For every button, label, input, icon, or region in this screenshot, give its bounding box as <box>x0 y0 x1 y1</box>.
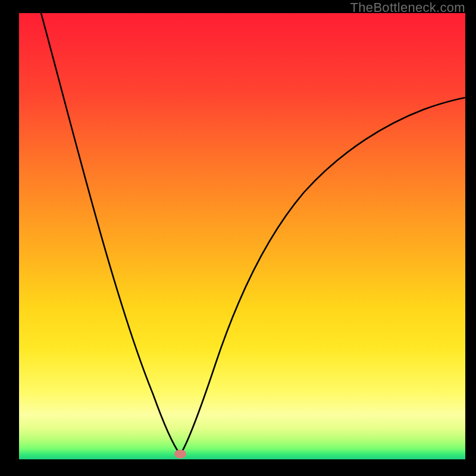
plot-area <box>19 13 465 459</box>
chart-frame: TheBottleneck.com <box>0 0 476 476</box>
bottleneck-curve <box>19 13 465 459</box>
minimum-marker <box>174 450 186 458</box>
curve-path <box>41 13 465 455</box>
